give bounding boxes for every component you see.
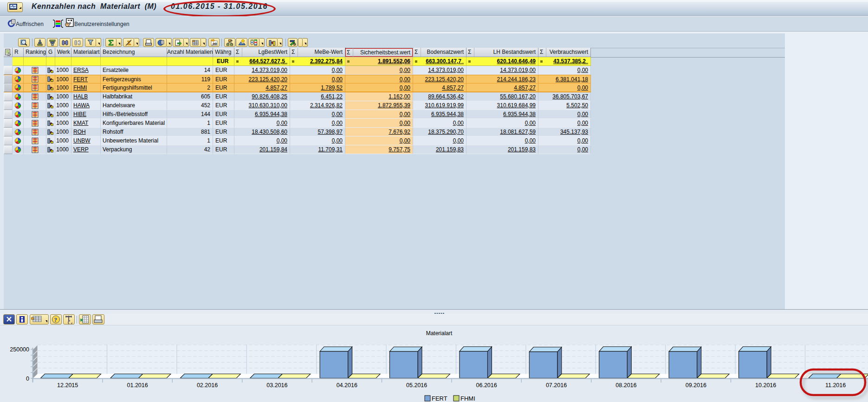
svg-text:07.2016: 07.2016	[546, 382, 567, 389]
svg-text:04.2016: 04.2016	[337, 382, 357, 389]
svg-text:250000: 250000	[10, 346, 29, 353]
svg-text:05.2016: 05.2016	[406, 382, 427, 389]
svg-text:08.2016: 08.2016	[615, 382, 636, 389]
svg-text:02.2016: 02.2016	[197, 382, 218, 389]
svg-text:12.2015: 12.2015	[57, 382, 78, 389]
svg-text:Materialart: Materialart	[426, 330, 453, 337]
svg-text:?: ?	[54, 316, 58, 323]
svg-text:03.2016: 03.2016	[266, 382, 287, 389]
svg-text:11.2016: 11.2016	[825, 382, 846, 389]
svg-text:b: b	[293, 42, 296, 46]
svg-text:06.2016: 06.2016	[476, 382, 497, 389]
svg-text:01.2016: 01.2016	[127, 382, 148, 389]
svg-text:FHMI: FHMI	[460, 395, 475, 402]
svg-text:FERT: FERT	[432, 395, 447, 402]
svg-text:10.2016: 10.2016	[755, 382, 776, 389]
svg-text:09.2016: 09.2016	[686, 382, 706, 389]
svg-text:,00: ,00	[212, 41, 217, 45]
svg-text:0: 0	[26, 376, 29, 382]
